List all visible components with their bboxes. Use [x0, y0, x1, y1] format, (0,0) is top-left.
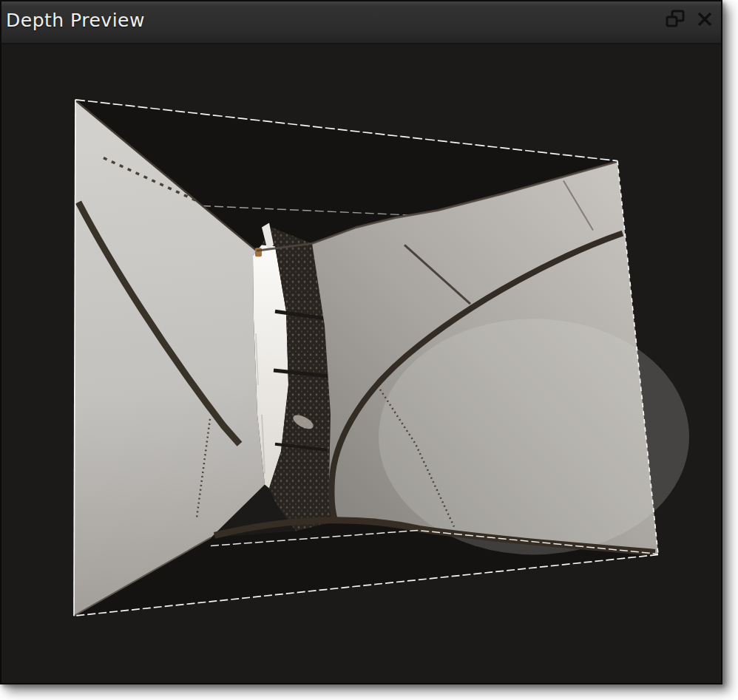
restore-icon [664, 8, 686, 30]
close-panel-button[interactable] [693, 7, 717, 31]
panel-titlebar[interactable]: Depth Preview [1, 1, 721, 44]
depth-preview-panel: Depth Preview [0, 0, 722, 684]
panel-title: Depth Preview [6, 10, 145, 32]
close-icon [694, 8, 716, 30]
depth-preview-canvas [1, 44, 721, 683]
depth-preview-viewport[interactable] [1, 44, 721, 683]
window-controls [663, 7, 717, 31]
float-panel-button[interactable] [663, 7, 687, 31]
